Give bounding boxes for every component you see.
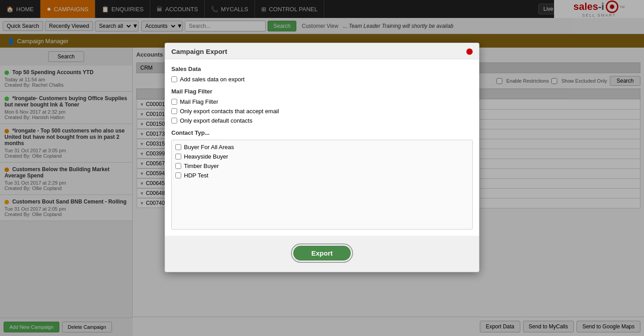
mail-flag-divider: Mail Flag Filter: [171, 88, 473, 95]
only-default-row: Only export default contacts: [171, 117, 473, 124]
mail-flag-row: Mail Flag Filter: [171, 98, 473, 105]
contact-type-divider: Contact Typ...: [171, 129, 473, 136]
contact-type-hdp: HDP Test: [175, 172, 469, 179]
contact-type-title: Contact Typ...: [171, 129, 473, 136]
modal-header: Campaign Export: [165, 43, 479, 59]
mail-flag-checkbox[interactable]: [171, 99, 177, 105]
only-accept-email-row: Only export contacts that accept email: [171, 108, 473, 115]
export-button-wrap: Export: [291, 243, 353, 263]
add-sales-data-row: Add sales data on export: [171, 76, 473, 83]
only-accept-email-label: Only export contacts that accept email: [180, 108, 279, 115]
only-default-checkbox[interactable]: [171, 118, 177, 124]
only-default-label: Only export default contacts: [180, 117, 252, 124]
hdp-test-checkbox[interactable]: [175, 172, 181, 178]
mail-flag-title: Mail Flag Filter: [171, 88, 473, 95]
buyer-all-areas-label: Buyer For All Areas: [184, 144, 234, 150]
export-button[interactable]: Export: [293, 246, 351, 261]
modal-close-button[interactable]: [466, 49, 473, 55]
add-sales-data-label: Add sales data on export: [180, 76, 245, 83]
timber-buyer-label: Timber Buyer: [184, 163, 219, 169]
contact-type-buyer-all: Buyer For All Areas: [175, 144, 469, 150]
sales-data-title: Sales Data: [171, 66, 473, 72]
modal-body: Sales Data Add sales data on export Mail…: [165, 59, 479, 236]
modal-footer: Export: [165, 243, 479, 263]
campaign-export-modal: Campaign Export Sales Data Add sales dat…: [165, 43, 479, 272]
modal-title: Campaign Export: [171, 48, 227, 55]
heavyside-buyer-checkbox[interactable]: [175, 154, 181, 159]
contact-type-box: Buyer For All Areas Heavyside Buyer Timb…: [171, 140, 473, 230]
buyer-all-areas-checkbox[interactable]: [175, 144, 181, 150]
modal-overlay: Campaign Export Sales Data Add sales dat…: [0, 0, 644, 336]
timber-buyer-checkbox[interactable]: [175, 163, 181, 169]
heavyside-buyer-label: Heavyside Buyer: [184, 153, 228, 160]
contact-type-timber: Timber Buyer: [175, 163, 469, 169]
mail-flag-label: Mail Flag Filter: [180, 98, 218, 105]
hdp-test-label: HDP Test: [184, 172, 208, 179]
contact-type-heavyside: Heavyside Buyer: [175, 153, 469, 160]
only-accept-email-checkbox[interactable]: [171, 108, 177, 114]
add-sales-data-checkbox[interactable]: [171, 76, 177, 82]
